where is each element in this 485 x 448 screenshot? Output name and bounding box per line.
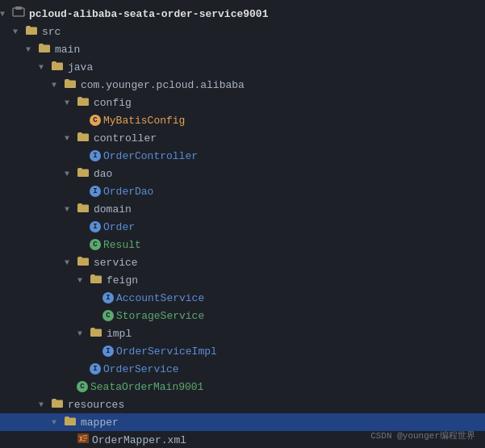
item-label: feign xyxy=(107,274,138,287)
tree-item-accountservice[interactable]: IAccountService xyxy=(0,289,485,307)
class-icon: C xyxy=(102,310,114,321)
tree-item-java[interactable]: ▼java xyxy=(0,58,485,76)
item-label: src xyxy=(42,26,61,38)
folder-icon xyxy=(38,42,51,57)
item-label: StorageService xyxy=(116,310,204,322)
tree-item-order[interactable]: IOrder xyxy=(0,218,485,236)
xml-icon: X xyxy=(77,433,90,447)
svg-rect-5 xyxy=(83,438,87,439)
folder-icon xyxy=(77,255,90,270)
item-label: mapper xyxy=(81,417,119,429)
item-label: MyBatisConfig xyxy=(103,115,185,127)
tree-item-service[interactable]: ▼service xyxy=(0,253,485,271)
item-label: OrderService xyxy=(103,363,179,375)
folder-icon xyxy=(51,60,64,74)
tree-item-src[interactable]: ▼src xyxy=(0,23,485,40)
expand-arrow[interactable]: ▼ xyxy=(39,63,48,72)
tree-item-result[interactable]: CResult xyxy=(0,236,485,253)
item-label: OrderMapper.xml xyxy=(92,434,186,446)
item-label: OrderDao xyxy=(103,186,153,198)
class-icon: I xyxy=(102,292,114,304)
class-icon: I xyxy=(90,186,101,197)
expand-arrow[interactable]: ▼ xyxy=(65,205,74,214)
expand-arrow[interactable]: ▼ xyxy=(65,170,74,178)
item-label: Result xyxy=(103,239,141,251)
watermark: CSDN @younger编程世界 xyxy=(370,429,475,442)
tree-item-controller[interactable]: ▼controller xyxy=(0,129,485,147)
item-label: AccountService xyxy=(116,292,204,304)
class-icon: I xyxy=(102,345,114,357)
folder-icon xyxy=(77,95,90,110)
folder-icon xyxy=(77,131,90,145)
svg-text:X: X xyxy=(79,436,83,443)
item-label: OrderServiceImpl xyxy=(116,345,217,358)
folder-icon xyxy=(90,273,102,287)
item-label: domain xyxy=(94,203,132,216)
item-label: config xyxy=(94,97,132,109)
expand-arrow[interactable]: ▼ xyxy=(65,258,74,267)
file-tree: ▼pcloud-alibaba-seata-order-service9001▼… xyxy=(0,0,485,448)
expand-arrow[interactable]: ▼ xyxy=(77,276,87,285)
tree-item-feign[interactable]: ▼feign xyxy=(0,271,485,289)
tree-item-dao[interactable]: ▼dao xyxy=(0,165,485,182)
item-label: Order xyxy=(103,221,135,233)
folder-icon xyxy=(90,326,102,341)
folder-icon xyxy=(77,166,90,181)
tree-item-orderservice[interactable]: IOrderService xyxy=(0,360,485,378)
item-label: pcloud-alibaba-seata-order-service9001 xyxy=(29,8,268,20)
item-label: impl xyxy=(107,328,132,340)
item-label: SeataOrderMain9001 xyxy=(90,381,203,393)
class-icon: C xyxy=(77,381,88,392)
item-label: com.younger.pcloud.alibaba xyxy=(81,79,245,91)
class-icon: I xyxy=(90,221,101,232)
folder-icon xyxy=(77,202,90,216)
folder-icon xyxy=(51,397,64,412)
tree-item-mapper[interactable]: ▼mapper xyxy=(0,413,485,431)
tree-item-storageservice[interactable]: CStorageService xyxy=(0,307,485,324)
expand-arrow[interactable]: ▼ xyxy=(26,45,36,54)
class-icon: I xyxy=(90,150,101,161)
tree-item-orderdao[interactable]: IOrderDao xyxy=(0,182,485,200)
expand-arrow[interactable]: ▼ xyxy=(52,81,61,90)
expand-arrow[interactable]: ▼ xyxy=(65,98,74,107)
item-label: service xyxy=(94,257,138,269)
tree-item-com[interactable]: ▼com.younger.pcloud.alibaba xyxy=(0,76,485,94)
folder-icon xyxy=(64,415,77,429)
expand-arrow[interactable]: ▼ xyxy=(39,400,48,409)
class-icon: I xyxy=(90,363,101,375)
expand-arrow[interactable]: ▼ xyxy=(65,134,74,143)
item-label: dao xyxy=(94,168,112,180)
tree-item-config[interactable]: ▼config xyxy=(0,94,485,111)
item-label: OrderController xyxy=(103,150,198,162)
expand-arrow[interactable]: ▼ xyxy=(52,418,61,427)
class-icon: C xyxy=(90,115,101,126)
tree-item-orderserviceimpl[interactable]: IOrderServiceImpl xyxy=(0,342,485,360)
expand-arrow[interactable]: ▼ xyxy=(0,10,10,19)
expand-arrow[interactable]: ▼ xyxy=(77,329,87,338)
tree-item-impl[interactable]: ▼impl xyxy=(0,324,485,342)
folder-icon xyxy=(64,77,77,92)
folder-icon xyxy=(25,24,38,39)
folder-icon xyxy=(12,6,25,21)
tree-item-mybatisconfig[interactable]: CMyBatisConfig xyxy=(0,111,485,129)
svg-rect-1 xyxy=(15,6,22,10)
item-label: main xyxy=(55,44,80,56)
expand-arrow[interactable]: ▼ xyxy=(13,27,23,36)
tree-item-root[interactable]: ▼pcloud-alibaba-seata-order-service9001 xyxy=(0,5,485,23)
item-label: controller xyxy=(94,132,157,144)
tree-item-ordercontroller[interactable]: IOrderController xyxy=(0,147,485,165)
class-icon: C xyxy=(90,239,101,250)
item-label: resources xyxy=(68,399,124,411)
svg-rect-4 xyxy=(83,435,87,437)
item-label: java xyxy=(68,61,93,73)
tree-item-seatamain[interactable]: CSeataOrderMain9001 xyxy=(0,378,485,396)
svg-rect-6 xyxy=(83,440,86,442)
tree-item-main[interactable]: ▼main xyxy=(0,40,485,58)
tree-item-resources[interactable]: ▼resources xyxy=(0,396,485,413)
tree-item-domain[interactable]: ▼domain xyxy=(0,200,485,218)
